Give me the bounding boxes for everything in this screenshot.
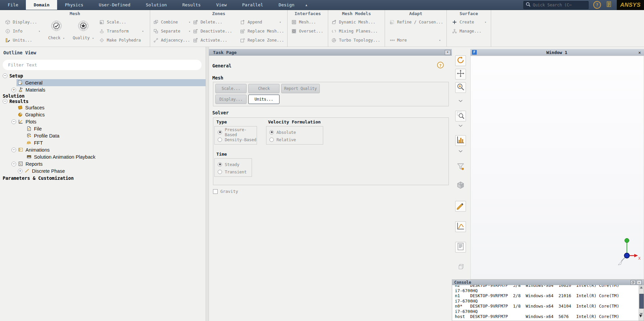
- pan-icon-button[interactable]: [455, 69, 466, 79]
- menu-tab-physics[interactable]: Physics: [57, 0, 91, 10]
- ribbon-collapse-arrow[interactable]: ▲: [302, 0, 310, 10]
- menu-tab-parallel[interactable]: Parallel: [234, 0, 271, 10]
- tree-item-surfaces[interactable]: Surfaces: [0, 104, 206, 111]
- collapse-icon[interactable]: −: [11, 162, 16, 166]
- expand-icon[interactable]: +: [11, 88, 16, 92]
- ribbon-item-dynamic-mesh[interactable]: Dynamic Mesh...: [332, 17, 384, 26]
- check-button[interactable]: Check: [248, 84, 280, 93]
- help-icon[interactable]: ?: [593, 1, 601, 9]
- radio-transient[interactable]: Transient: [218, 168, 252, 175]
- ribbon-item-more[interactable]: More▾: [390, 36, 443, 45]
- scale-button[interactable]: Scale...: [215, 84, 247, 93]
- tree-item-file[interactable]: File: [0, 125, 206, 132]
- radio-relative[interactable]: Relative: [269, 136, 323, 143]
- ribbon-item-overset[interactable]: Overset...: [292, 26, 327, 36]
- ribbon-item-adjacency[interactable]: Adjacency...: [154, 36, 193, 45]
- chevron-down-icon-button[interactable]: [455, 149, 466, 153]
- menu-tab-view[interactable]: View: [208, 0, 234, 10]
- funnel-icon-button[interactable]: [455, 162, 466, 173]
- ribbon-item-separate[interactable]: Separate▾: [154, 26, 193, 36]
- quick-search[interactable]: [523, 1, 589, 9]
- graphics-window-header[interactable]: F Window 1 ✕: [470, 49, 644, 56]
- tree-item-parameters-customization[interactable]: Parameters & Customization: [0, 174, 206, 181]
- collapse-icon[interactable]: −: [11, 148, 16, 152]
- display-button[interactable]: Display...: [215, 95, 247, 104]
- tree-item-profile-data[interactable]: Profile Data: [0, 132, 206, 139]
- search-input[interactable]: [532, 2, 586, 8]
- graphics-viewport[interactable]: X: [470, 56, 644, 279]
- chevron-down-icon-button[interactable]: [455, 123, 466, 127]
- tree-item-reports[interactable]: −Reports: [0, 160, 206, 167]
- filter-text-input[interactable]: [3, 60, 202, 70]
- zoom-in-icon-button[interactable]: [455, 82, 466, 93]
- line-chart-icon-button[interactable]: [455, 221, 466, 232]
- ribbon-item-turbo-topology[interactable]: Turbo Topology...: [332, 36, 384, 45]
- ribbon-item-replace-zone[interactable]: Replace Zone...: [240, 36, 284, 45]
- console-body[interactable]: n2 DESKTOP-9VRFM7P 3/8 Windows-x64 10620…: [452, 285, 639, 321]
- report-quality-button[interactable]: Report Quality: [281, 84, 320, 93]
- ribbon-item-delete[interactable]: Delete...: [193, 17, 240, 26]
- ribbon-item-mixing-planes[interactable]: Mixing Planes...: [332, 26, 384, 36]
- tree-item-setup[interactable]: −Setup: [0, 72, 206, 79]
- units-button[interactable]: Units...: [248, 95, 280, 104]
- wire-cube-icon-button[interactable]: [455, 262, 466, 273]
- ribbon-item-replace-mesh[interactable]: Replace Mesh...: [240, 26, 284, 36]
- radio-absolute[interactable]: Absolute: [269, 128, 323, 136]
- ribbon-item-mesh[interactable]: Mesh...: [292, 17, 327, 26]
- ribbon-item-create[interactable]: Create▾: [452, 17, 489, 26]
- collapse-icon[interactable]: −: [3, 99, 7, 104]
- scroll-up-icon[interactable]: [639, 285, 643, 289]
- tree-item-graphics[interactable]: Graphics: [0, 111, 206, 118]
- menu-tab-file[interactable]: File: [0, 0, 26, 10]
- menu-tab-design[interactable]: Design: [271, 0, 302, 10]
- tree-item-animations[interactable]: −Animations: [0, 146, 206, 153]
- doc-lines-icon-button[interactable]: [455, 242, 466, 253]
- ribbon-item-combine[interactable]: Combine▾: [154, 17, 193, 26]
- ribbon-item-manage[interactable]: Manage...: [452, 26, 489, 36]
- task-page-help-icon[interactable]: ?: [437, 62, 444, 68]
- ribbon-item-check[interactable]: Check ▾: [43, 17, 70, 45]
- tree-item-plots[interactable]: −Plots: [0, 118, 206, 125]
- histogram-icon-button[interactable]: [455, 135, 466, 146]
- ribbon-item-quality[interactable]: Quality ▾: [70, 17, 97, 45]
- menu-tab-solution[interactable]: Solution: [138, 0, 175, 10]
- tree-item-fft[interactable]: FFT: [0, 139, 206, 146]
- tree-item-materials[interactable]: +Materials: [0, 86, 206, 93]
- expand-icon[interactable]: +: [18, 169, 23, 173]
- radio-steady[interactable]: Steady: [218, 161, 252, 168]
- panel-splitter[interactable]: [206, 47, 209, 321]
- ribbon-item-scale[interactable]: Scale...: [99, 17, 146, 26]
- ribbon-item-refine-coarsen[interactable]: Refine / Coarsen...: [390, 17, 443, 26]
- rotate-icon-button[interactable]: [455, 55, 466, 66]
- console-close-icon[interactable]: ✕: [637, 280, 642, 285]
- ribbon-item-info[interactable]: Info▾: [5, 26, 43, 36]
- tree-item-solution-animation-playback[interactable]: Solution Animation Playback: [0, 153, 206, 160]
- gravity-checkbox[interactable]: [213, 189, 218, 194]
- pen-icon-button[interactable]: [455, 201, 466, 212]
- ribbon-item-activate[interactable]: Activate...: [193, 36, 240, 45]
- report-list-icon[interactable]: [606, 1, 612, 9]
- ribbon-item-transform[interactable]: Transform▾: [99, 26, 146, 36]
- ribbon-item-make-polyhedra[interactable]: Make Polyhedra: [99, 36, 146, 45]
- tree-item-general[interactable]: General: [0, 79, 206, 86]
- radio-pressure-based[interactable]: Pressure-Based: [218, 128, 257, 136]
- console-scrollbar[interactable]: [639, 285, 644, 321]
- ribbon-item-deactivate[interactable]: Deactivate...: [193, 26, 240, 36]
- chevron-down-icon-button[interactable]: [455, 98, 466, 103]
- graphics-window-close-icon[interactable]: ✕: [637, 50, 642, 55]
- cube-shaded-icon-button[interactable]: [455, 180, 466, 191]
- ribbon-item-units[interactable]: Units...: [5, 36, 43, 45]
- menu-tab-results[interactable]: Results: [175, 0, 209, 10]
- menu-tab-user-defined[interactable]: User-Defined: [91, 0, 138, 10]
- tree-item-results[interactable]: −Results: [0, 99, 206, 104]
- zoom-box-icon-button[interactable]: [455, 111, 466, 121]
- radio-density-based[interactable]: Density-Based: [218, 136, 257, 143]
- collapse-icon[interactable]: −: [11, 119, 16, 124]
- tree-item-solution[interactable]: Solution: [0, 93, 206, 99]
- collapse-icon[interactable]: −: [3, 73, 7, 78]
- ribbon-item-append[interactable]: Append▾: [240, 17, 284, 26]
- console-header[interactable]: Console ✕: [452, 280, 644, 285]
- menu-tab-domain[interactable]: Domain: [26, 0, 57, 10]
- console-restore-icon[interactable]: [631, 280, 636, 285]
- tree-item-discrete-phase[interactable]: +Discrete Phase: [0, 167, 206, 174]
